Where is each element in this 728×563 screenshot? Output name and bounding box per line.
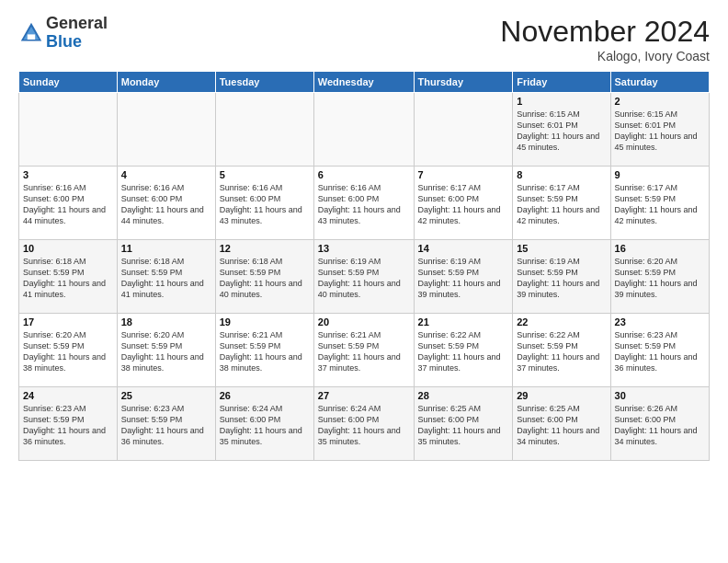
calendar-cell: 30Sunrise: 6:26 AMSunset: 6:00 PMDayligh… bbox=[610, 387, 709, 461]
calendar-week-2: 3Sunrise: 6:16 AMSunset: 6:00 PMDaylight… bbox=[19, 167, 710, 240]
col-friday: Friday bbox=[513, 72, 610, 93]
calendar-cell bbox=[414, 93, 513, 167]
day-info: Sunrise: 6:23 AMSunset: 5:59 PMDaylight:… bbox=[23, 403, 113, 448]
calendar-cell bbox=[19, 93, 118, 167]
day-info: Sunrise: 6:17 AMSunset: 5:59 PMDaylight:… bbox=[517, 182, 606, 227]
day-number: 29 bbox=[517, 390, 606, 401]
calendar-cell: 28Sunrise: 6:25 AMSunset: 6:00 PMDayligh… bbox=[414, 387, 513, 461]
day-number: 26 bbox=[220, 390, 310, 401]
calendar-cell: 29Sunrise: 6:25 AMSunset: 6:00 PMDayligh… bbox=[513, 387, 610, 461]
day-number: 14 bbox=[418, 243, 509, 254]
calendar-cell: 26Sunrise: 6:24 AMSunset: 6:00 PMDayligh… bbox=[215, 387, 313, 461]
calendar-cell: 7Sunrise: 6:17 AMSunset: 6:00 PMDaylight… bbox=[414, 167, 513, 240]
calendar-cell: 2Sunrise: 6:15 AMSunset: 6:01 PMDaylight… bbox=[610, 93, 709, 167]
day-info: Sunrise: 6:16 AMSunset: 6:00 PMDaylight:… bbox=[220, 182, 310, 227]
day-info: Sunrise: 6:19 AMSunset: 5:59 PMDaylight:… bbox=[517, 256, 606, 301]
logo: General Blue bbox=[18, 15, 108, 52]
day-info: Sunrise: 6:21 AMSunset: 5:59 PMDaylight:… bbox=[318, 329, 410, 374]
calendar-cell: 25Sunrise: 6:23 AMSunset: 5:59 PMDayligh… bbox=[117, 387, 215, 461]
day-info: Sunrise: 6:16 AMSunset: 6:00 PMDaylight:… bbox=[318, 182, 410, 227]
day-info: Sunrise: 6:26 AMSunset: 6:00 PMDaylight:… bbox=[615, 403, 705, 448]
day-number: 28 bbox=[418, 390, 509, 401]
calendar-cell: 10Sunrise: 6:18 AMSunset: 5:59 PMDayligh… bbox=[19, 240, 118, 314]
day-info: Sunrise: 6:25 AMSunset: 6:00 PMDaylight:… bbox=[418, 403, 509, 448]
day-info: Sunrise: 6:23 AMSunset: 5:59 PMDaylight:… bbox=[121, 403, 211, 448]
day-number: 13 bbox=[318, 243, 410, 254]
day-info: Sunrise: 6:24 AMSunset: 6:00 PMDaylight:… bbox=[220, 403, 310, 448]
day-number: 5 bbox=[220, 169, 310, 180]
calendar-cell: 9Sunrise: 6:17 AMSunset: 5:59 PMDaylight… bbox=[610, 167, 709, 240]
col-saturday: Saturday bbox=[610, 72, 709, 93]
month-title: November 2024 bbox=[500, 15, 710, 49]
day-number: 24 bbox=[23, 390, 113, 401]
calendar-cell: 16Sunrise: 6:20 AMSunset: 5:59 PMDayligh… bbox=[610, 240, 709, 314]
day-number: 20 bbox=[318, 316, 410, 327]
calendar-cell: 20Sunrise: 6:21 AMSunset: 5:59 PMDayligh… bbox=[313, 314, 414, 387]
calendar-cell: 11Sunrise: 6:18 AMSunset: 5:59 PMDayligh… bbox=[117, 240, 215, 314]
day-info: Sunrise: 6:15 AMSunset: 6:01 PMDaylight:… bbox=[615, 109, 705, 154]
day-number: 2 bbox=[615, 96, 705, 107]
day-info: Sunrise: 6:16 AMSunset: 6:00 PMDaylight:… bbox=[121, 182, 211, 227]
calendar-header-row: Sunday Monday Tuesday Wednesday Thursday… bbox=[19, 72, 710, 93]
calendar-week-1: 1Sunrise: 6:15 AMSunset: 6:01 PMDaylight… bbox=[19, 93, 710, 167]
day-info: Sunrise: 6:21 AMSunset: 5:59 PMDaylight:… bbox=[220, 329, 310, 374]
calendar-cell: 23Sunrise: 6:23 AMSunset: 5:59 PMDayligh… bbox=[610, 314, 709, 387]
day-number: 18 bbox=[121, 316, 211, 327]
day-number: 27 bbox=[318, 390, 410, 401]
col-tuesday: Tuesday bbox=[215, 72, 313, 93]
day-number: 22 bbox=[517, 316, 606, 327]
calendar-cell: 15Sunrise: 6:19 AMSunset: 5:59 PMDayligh… bbox=[513, 240, 610, 314]
col-monday: Monday bbox=[117, 72, 215, 93]
calendar-cell: 12Sunrise: 6:18 AMSunset: 5:59 PMDayligh… bbox=[215, 240, 313, 314]
day-info: Sunrise: 6:19 AMSunset: 5:59 PMDaylight:… bbox=[418, 256, 509, 301]
logo-blue-text: Blue bbox=[46, 32, 82, 51]
day-info: Sunrise: 6:17 AMSunset: 5:59 PMDaylight:… bbox=[615, 182, 705, 227]
calendar-week-5: 24Sunrise: 6:23 AMSunset: 5:59 PMDayligh… bbox=[19, 387, 710, 461]
calendar-cell: 24Sunrise: 6:23 AMSunset: 5:59 PMDayligh… bbox=[19, 387, 118, 461]
calendar-cell: 18Sunrise: 6:20 AMSunset: 5:59 PMDayligh… bbox=[117, 314, 215, 387]
day-info: Sunrise: 6:20 AMSunset: 5:59 PMDaylight:… bbox=[615, 256, 705, 301]
day-info: Sunrise: 6:22 AMSunset: 5:59 PMDaylight:… bbox=[517, 329, 606, 374]
calendar-cell: 6Sunrise: 6:16 AMSunset: 6:00 PMDaylight… bbox=[313, 167, 414, 240]
logo-general-text: General bbox=[46, 14, 108, 32]
day-info: Sunrise: 6:20 AMSunset: 5:59 PMDaylight:… bbox=[121, 329, 211, 374]
calendar-cell: 3Sunrise: 6:16 AMSunset: 6:00 PMDaylight… bbox=[19, 167, 118, 240]
day-number: 3 bbox=[23, 169, 113, 180]
calendar-cell: 8Sunrise: 6:17 AMSunset: 5:59 PMDaylight… bbox=[513, 167, 610, 240]
calendar-cell: 1Sunrise: 6:15 AMSunset: 6:01 PMDaylight… bbox=[513, 93, 610, 167]
calendar-cell: 5Sunrise: 6:16 AMSunset: 6:00 PMDaylight… bbox=[215, 167, 313, 240]
day-number: 7 bbox=[418, 169, 509, 180]
calendar-cell: 21Sunrise: 6:22 AMSunset: 5:59 PMDayligh… bbox=[414, 314, 513, 387]
calendar-cell: 27Sunrise: 6:24 AMSunset: 6:00 PMDayligh… bbox=[313, 387, 414, 461]
location: Kalogo, Ivory Coast bbox=[500, 49, 710, 63]
day-number: 21 bbox=[418, 316, 509, 327]
calendar-cell: 13Sunrise: 6:19 AMSunset: 5:59 PMDayligh… bbox=[313, 240, 414, 314]
day-number: 12 bbox=[220, 243, 310, 254]
day-info: Sunrise: 6:17 AMSunset: 6:00 PMDaylight:… bbox=[418, 182, 509, 227]
col-thursday: Thursday bbox=[414, 72, 513, 93]
day-number: 6 bbox=[318, 169, 410, 180]
calendar-cell bbox=[117, 93, 215, 167]
day-info: Sunrise: 6:20 AMSunset: 5:59 PMDaylight:… bbox=[23, 329, 113, 374]
page: General Blue November 2024 Kalogo, Ivory… bbox=[0, 0, 728, 563]
day-info: Sunrise: 6:18 AMSunset: 5:59 PMDaylight:… bbox=[23, 256, 113, 301]
header: General Blue November 2024 Kalogo, Ivory… bbox=[18, 15, 710, 63]
day-number: 30 bbox=[615, 390, 705, 401]
day-number: 10 bbox=[23, 243, 113, 254]
day-info: Sunrise: 6:19 AMSunset: 5:59 PMDaylight:… bbox=[318, 256, 410, 301]
day-info: Sunrise: 6:15 AMSunset: 6:01 PMDaylight:… bbox=[517, 109, 606, 154]
day-number: 1 bbox=[517, 96, 606, 107]
day-number: 8 bbox=[517, 169, 606, 180]
day-number: 9 bbox=[615, 169, 705, 180]
title-area: November 2024 Kalogo, Ivory Coast bbox=[500, 15, 710, 63]
day-number: 4 bbox=[121, 169, 211, 180]
col-sunday: Sunday bbox=[19, 72, 118, 93]
day-info: Sunrise: 6:18 AMSunset: 5:59 PMDaylight:… bbox=[121, 256, 211, 301]
day-number: 16 bbox=[615, 243, 705, 254]
logo-icon bbox=[18, 20, 44, 46]
calendar-week-4: 17Sunrise: 6:20 AMSunset: 5:59 PMDayligh… bbox=[19, 314, 710, 387]
svg-rect-2 bbox=[28, 34, 35, 40]
day-number: 15 bbox=[517, 243, 606, 254]
day-number: 25 bbox=[121, 390, 211, 401]
calendar-cell bbox=[215, 93, 313, 167]
